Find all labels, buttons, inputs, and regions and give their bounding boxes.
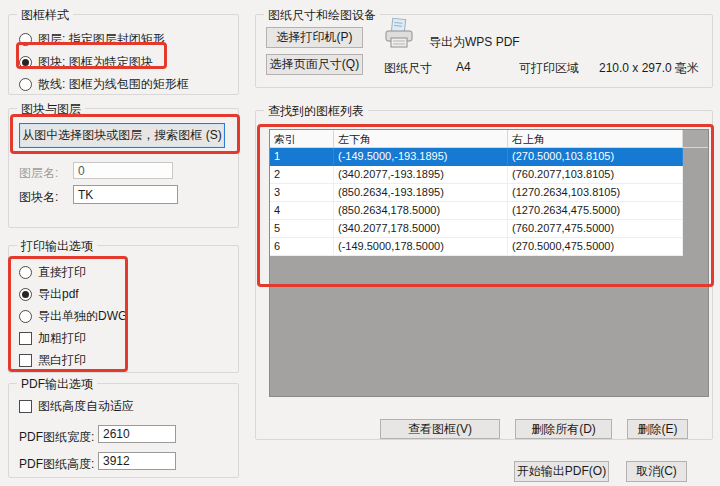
delete-button[interactable]: 删除(E) <box>627 419 688 439</box>
group-pdf-options: PDF输出选项 图纸高度自动适应 PDF图纸宽度: PDF图纸高度: <box>8 383 239 478</box>
paper-size-label: 图纸尺寸 <box>384 60 432 77</box>
table-row[interactable]: 2 (340.2077,-193.1895) (760.2077,103.810… <box>270 166 683 184</box>
table-row[interactable]: 1 (-149.5000,-193.1895) (270.5000,103.81… <box>270 148 683 166</box>
radio-scatter-frame-label: 散线: 图框为线包围的矩形框 <box>38 76 189 93</box>
select-page-size-button[interactable]: 选择页面尺寸(Q) <box>266 54 363 75</box>
checkbox-bold-print-label: 加粗打印 <box>38 330 86 347</box>
radio-export-dwg[interactable]: 导出单独的DWG <box>19 308 127 324</box>
table-row[interactable]: 4 (850.2634,178.5000) (1270.2634,475.500… <box>270 202 683 220</box>
cell-bottom-left: (340.2077,178.5000) <box>334 220 508 238</box>
view-frame-button[interactable]: 查看图框(V) <box>380 419 500 439</box>
radio-icon[interactable] <box>19 288 32 301</box>
checkbox-icon[interactable] <box>19 332 32 345</box>
radio-direct-print[interactable]: 直接打印 <box>19 264 86 280</box>
cell-bottom-left: (-149.5000,-193.1895) <box>334 148 508 166</box>
block-name-input[interactable] <box>73 185 178 204</box>
checkbox-icon[interactable] <box>19 400 32 413</box>
table-row[interactable]: 5 (340.2077,178.5000) (760.2077,475.5000… <box>270 220 683 238</box>
pdf-height-input[interactable] <box>98 452 176 470</box>
printable-area-value: 210.0 x 297.0 毫米 <box>599 60 699 77</box>
checkbox-auto-height[interactable]: 图纸高度自动适应 <box>19 398 134 414</box>
group-pdf-options-title: PDF输出选项 <box>17 376 97 393</box>
radio-block-frame[interactable]: 图块: 图框为特定图块 <box>19 54 153 70</box>
paper-size-value: A4 <box>456 60 471 74</box>
radio-export-dwg-label: 导出单独的DWG <box>38 308 127 325</box>
cell-bottom-left: (850.2634,-193.1895) <box>334 184 508 202</box>
export-target-label: 导出为WPS PDF <box>429 34 520 51</box>
cell-bottom-left: (850.2634,178.5000) <box>334 202 508 220</box>
group-print-options: 打印输出选项 直接打印 导出pdf 导出单独的DWG 加粗打印 黑白打印 <box>8 245 239 373</box>
cell-top-right: (760.2077,103.8105) <box>508 166 683 184</box>
cell-top-right: (270.5000,103.8105) <box>508 148 683 166</box>
pdf-width-label: PDF图纸宽度: <box>19 429 94 446</box>
cell-top-right: (270.5000,475.5000) <box>508 238 683 256</box>
radio-layer-frame[interactable]: 图层: 指定图层封闭矩形 <box>19 31 165 47</box>
cell-top-right: (1270.2634,475.5000) <box>508 202 683 220</box>
checkbox-bw-print-label: 黑白打印 <box>38 352 86 369</box>
checkbox-bold-print[interactable]: 加粗打印 <box>19 330 86 346</box>
pdf-height-label: PDF图纸高度: <box>19 456 94 473</box>
cell-index: 6 <box>270 238 334 256</box>
group-frame-list-title: 查找到的图框列表 <box>264 103 368 120</box>
radio-icon[interactable] <box>19 266 32 279</box>
group-frame-style: 图框样式 图层: 指定图层封闭矩形 图块: 图框为特定图块 散线: 图框为线包围… <box>8 14 239 95</box>
select-printer-button[interactable]: 选择打印机(P) <box>266 27 363 48</box>
cell-top-right: (760.2077,475.5000) <box>508 220 683 238</box>
table-row[interactable]: 3 (850.2634,-193.1895) (1270.2634,103.81… <box>270 184 683 202</box>
radio-export-pdf-label: 导出pdf <box>38 286 79 303</box>
search-frames-button[interactable]: 从图中选择图块或图层，搜索图框 (S) <box>19 123 225 148</box>
pdf-width-input[interactable] <box>98 425 176 443</box>
layer-name-label: 图层名: <box>19 165 58 182</box>
checkbox-auto-height-label: 图纸高度自动适应 <box>38 398 134 415</box>
cell-index: 4 <box>270 202 334 220</box>
column-header-index[interactable]: 索引 <box>270 130 334 148</box>
cell-index: 5 <box>270 220 334 238</box>
radio-icon[interactable] <box>19 310 32 323</box>
radio-direct-print-label: 直接打印 <box>38 264 86 281</box>
checkbox-bw-print[interactable]: 黑白打印 <box>19 352 86 368</box>
checkbox-icon[interactable] <box>19 354 32 367</box>
frame-list-table[interactable]: 索引 左下角 右上角 1 (-149.5000,-193.1895) (270.… <box>269 129 709 397</box>
cell-index: 2 <box>270 166 334 184</box>
cell-index: 1 <box>270 148 334 166</box>
layer-name-input[interactable] <box>73 162 173 179</box>
delete-all-button[interactable]: 删除所有(D) <box>515 419 612 439</box>
group-print-options-title: 打印输出选项 <box>17 238 97 255</box>
group-frame-list: 查找到的图框列表 索引 左下角 右上角 1 (-149.5000,-193.18… <box>255 110 713 440</box>
radio-block-frame-label: 图块: 图框为特定图块 <box>38 54 153 71</box>
cell-index: 3 <box>270 184 334 202</box>
radio-icon[interactable] <box>19 78 32 91</box>
radio-layer-frame-label: 图层: 指定图层封闭矩形 <box>38 31 165 48</box>
start-output-pdf-button[interactable]: 开始输出PDF(O) <box>514 461 609 482</box>
group-paper-device-title: 图纸尺寸和绘图设备 <box>264 7 380 24</box>
group-block-layer-title: 图块与图层 <box>17 101 85 118</box>
group-paper-device: 图纸尺寸和绘图设备 选择打印机(P) 选择页面尺寸(Q) 导出为WPS PDF … <box>255 14 713 88</box>
cell-top-right: (1270.2634,103.8105) <box>508 184 683 202</box>
group-block-layer: 图块与图层 从图中选择图块或图层，搜索图框 (S) 图层名: 图块名: <box>8 108 239 228</box>
table-header-row: 索引 左下角 右上角 <box>270 130 708 148</box>
cell-bottom-left: (-149.5000,178.5000) <box>334 238 508 256</box>
radio-icon[interactable] <box>19 33 32 46</box>
radio-scatter-frame[interactable]: 散线: 图框为线包围的矩形框 <box>19 76 189 92</box>
group-frame-style-title: 图框样式 <box>17 7 73 24</box>
column-header-filler <box>683 130 708 148</box>
column-header-bottom-left[interactable]: 左下角 <box>334 130 508 148</box>
block-name-label: 图块名: <box>19 189 58 206</box>
printable-area-label: 可打印区域 <box>519 60 579 77</box>
cell-bottom-left: (340.2077,-193.1895) <box>334 166 508 184</box>
table-row[interactable]: 6 (-149.5000,178.5000) (270.5000,475.500… <box>270 238 683 256</box>
cancel-button[interactable]: 取消(C) <box>626 461 687 482</box>
radio-icon[interactable] <box>19 56 32 69</box>
column-header-top-right[interactable]: 右上角 <box>508 130 683 148</box>
printer-icon <box>382 17 416 51</box>
radio-export-pdf[interactable]: 导出pdf <box>19 286 79 302</box>
